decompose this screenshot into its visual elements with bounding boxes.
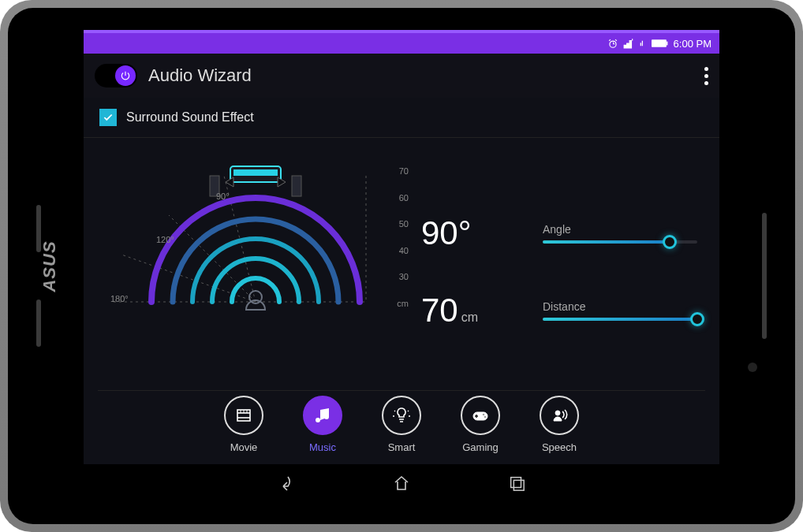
speaker-slot	[36, 205, 41, 252]
surround-checkbox[interactable]	[99, 109, 117, 126]
distance-scale: 70 60 50 40 30 cm	[390, 166, 409, 308]
svg-rect-0	[652, 39, 667, 47]
system-nav-bar	[84, 464, 719, 502]
signal-icon	[623, 38, 634, 49]
distance-value: 70cm	[421, 292, 524, 329]
svg-rect-1	[666, 42, 667, 46]
svg-point-17	[483, 414, 485, 416]
distance-slider[interactable]	[543, 318, 697, 321]
speaker-icon	[292, 176, 301, 196]
overflow-menu-button[interactable]	[704, 67, 708, 85]
mode-label: Speech	[542, 441, 577, 453]
speaker-slot	[36, 299, 41, 347]
front-camera	[748, 363, 757, 372]
home-button[interactable]	[391, 473, 412, 493]
power-toggle[interactable]	[95, 64, 137, 87]
speech-icon	[540, 396, 579, 435]
distance-label: Distance	[543, 300, 697, 313]
svg-rect-20	[511, 478, 521, 488]
mode-label: Gaming	[462, 441, 499, 453]
title-bar: Audio Wizard	[84, 54, 719, 98]
mode-label: Movie	[230, 441, 258, 453]
alarm-icon	[607, 38, 618, 49]
svg-point-19	[555, 411, 560, 415]
svg-rect-8	[233, 169, 278, 176]
angle-slider-fill	[543, 240, 670, 244]
angle-marker-180: 180°	[110, 294, 129, 303]
app-title: Audio Wizard	[148, 65, 252, 86]
listener-icon	[246, 291, 265, 310]
speaker-slot	[762, 213, 767, 339]
distance-slider-thumb[interactable]	[690, 312, 704, 326]
distance-slider-fill	[543, 318, 697, 321]
recents-button[interactable]	[506, 473, 527, 493]
surround-label: Surround Sound Effect	[126, 110, 254, 125]
battery-icon	[652, 39, 669, 48]
music-icon	[303, 396, 342, 435]
svg-point-18	[484, 416, 487, 419]
gaming-icon	[461, 396, 500, 435]
svg-rect-21	[514, 480, 524, 490]
mode-label: Music	[309, 441, 336, 453]
clock-text: 6:00 PM	[674, 38, 711, 50]
angle-slider-thumb[interactable]	[663, 235, 677, 249]
movie-icon	[224, 396, 263, 435]
mode-label: Smart	[388, 441, 416, 453]
mode-gaming[interactable]: Gaming	[453, 396, 508, 453]
smart-icon	[382, 396, 421, 435]
power-icon	[115, 65, 136, 86]
mode-smart[interactable]: Smart	[374, 396, 429, 453]
mode-music[interactable]: Music	[295, 396, 350, 453]
back-button[interactable]	[276, 473, 297, 493]
brand-logo: ASUS	[39, 240, 60, 292]
mode-speech[interactable]: Speech	[532, 396, 587, 453]
status-bar: 6:00 PM	[84, 33, 719, 54]
angle-marker-90: 90°	[216, 192, 230, 201]
network-icon	[639, 38, 647, 49]
angle-value: 90°	[421, 214, 524, 252]
surround-visualization: 90° 120° 180° 70 60 50 40 30 cm	[106, 152, 405, 326]
angle-marker-120: 120°	[156, 235, 174, 244]
angle-slider[interactable]	[543, 240, 697, 244]
mode-movie[interactable]: Movie	[216, 396, 271, 453]
angle-label: Angle	[543, 223, 697, 236]
